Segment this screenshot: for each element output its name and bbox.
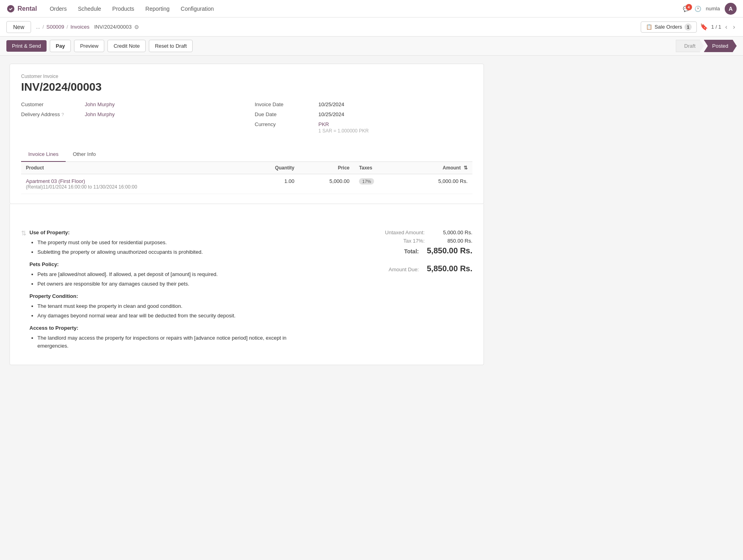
- quantity-cell[interactable]: 1.00: [246, 174, 299, 194]
- col-taxes: Taxes: [354, 162, 400, 174]
- preview-button[interactable]: Preview: [74, 40, 104, 52]
- sale-orders-icon: 📋: [646, 24, 652, 30]
- list-item: Subletting the property or allowing unau…: [37, 248, 311, 256]
- delivery-help-icon[interactable]: ?: [62, 112, 64, 117]
- breadcrumb-s00009[interactable]: S00009: [46, 24, 64, 30]
- tab-invoice-lines[interactable]: Invoice Lines: [21, 147, 66, 162]
- delivery-address-label: Delivery Address ?: [21, 111, 85, 117]
- terms-totals: ⇅ Use of Property: The property must onl…: [21, 229, 472, 355]
- use-of-property-title: Use of Property:: [29, 229, 311, 235]
- use-of-property-list: The property must only be used for resid…: [29, 239, 311, 256]
- secondary-bar-right: 📋 Sale Orders 1 🔖 1 / 1 ‹ ›: [641, 21, 737, 33]
- currency-info: PKR 1 SAR = 1.000000 PKR: [318, 121, 369, 134]
- product-link[interactable]: Apartment 03 (First Floor): [26, 178, 85, 184]
- total-value: 5,850.00 Rs.: [427, 246, 472, 255]
- taxes-cell: 17%: [354, 174, 400, 194]
- due-date-label: Due Date: [255, 111, 318, 117]
- document-title: INV/2024/00003: [21, 81, 472, 93]
- clock-icon[interactable]: 🕐: [694, 6, 701, 12]
- credit-note-button[interactable]: Credit Note: [107, 40, 146, 52]
- sale-orders-count: 1: [684, 23, 692, 31]
- record-name-label: INV/2024/00003: [94, 24, 132, 30]
- top-nav: Rental Orders Schedule Products Reportin…: [0, 0, 743, 18]
- paging-label: 1 / 1: [711, 24, 721, 30]
- customer-label: Customer: [21, 101, 85, 107]
- access-list: The landlord may access the property for…: [29, 334, 311, 350]
- nav-schedule[interactable]: Schedule: [73, 2, 106, 15]
- sort-icon[interactable]: ⇅: [464, 165, 468, 171]
- svg-point-0: [7, 5, 14, 12]
- totals: Untaxed Amount: 5,000.00 Rs. Tax 17%: 85…: [327, 229, 472, 355]
- col-product: Product: [21, 162, 246, 174]
- amount-due-value: 5,850.00 Rs.: [427, 264, 472, 273]
- invoice-date-field: Invoice Date 10/25/2024: [255, 101, 472, 107]
- app-name: Rental: [18, 5, 37, 12]
- list-item: The property must only be used for resid…: [37, 239, 311, 247]
- nav-orders[interactable]: Orders: [45, 2, 72, 15]
- property-condition-title: Property Condition:: [29, 293, 311, 299]
- status-draft[interactable]: Draft: [676, 40, 704, 52]
- currency-note: 1 SAR = 1.000000 PKR: [318, 128, 369, 134]
- prev-button[interactable]: ‹: [723, 23, 729, 31]
- invoice-date-value[interactable]: 10/25/2024: [318, 101, 344, 107]
- property-condition-list: The tenant must keep the property in cle…: [29, 302, 311, 319]
- drag-handle[interactable]: ⇅: [21, 229, 26, 237]
- reset-to-draft-button[interactable]: Reset to Draft: [149, 40, 193, 52]
- currency-field: Currency PKR 1 SAR = 1.000000 PKR: [255, 121, 472, 134]
- status-posted[interactable]: Posted: [704, 40, 737, 52]
- pets-policy-list: Pets are [allowed/not allowed]. If allow…: [29, 270, 311, 288]
- fields-left: Customer John Murphy Delivery Address ? …: [21, 101, 239, 138]
- notification-badge: 4: [686, 4, 692, 10]
- untaxed-value: 5,000.00 Rs.: [433, 229, 472, 235]
- next-button[interactable]: ›: [731, 23, 737, 31]
- document-type-label: Customer Invoice: [21, 74, 472, 79]
- pay-button[interactable]: Pay: [50, 40, 71, 52]
- terms-text: ⇅ Use of Property: The property must onl…: [21, 229, 311, 355]
- delivery-address-value[interactable]: John Murphy: [85, 111, 115, 117]
- terms-content: Use of Property: The property must only …: [29, 229, 311, 355]
- breadcrumb-ellipsis[interactable]: ...: [36, 24, 40, 30]
- new-button[interactable]: New: [6, 21, 31, 33]
- tabs: Invoice Lines Other Info: [21, 147, 472, 162]
- nav-products[interactable]: Products: [107, 2, 139, 15]
- settings-icon[interactable]: ⚙: [134, 24, 139, 30]
- tax-row: Tax 17%: 850.00 Rs.: [327, 238, 472, 244]
- due-date-value[interactable]: 10/25/2024: [318, 111, 344, 117]
- customer-value[interactable]: John Murphy: [85, 101, 115, 107]
- main-content: Customer Invoice INV/2024/00003 Customer…: [0, 56, 493, 373]
- nav-right: 💬 4 🕐 numla A: [683, 3, 737, 15]
- currency-label: Currency: [255, 121, 318, 127]
- print-send-button[interactable]: Print & Send: [6, 40, 47, 52]
- currency-value[interactable]: PKR: [318, 121, 369, 127]
- list-item: The tenant must keep the property in cle…: [37, 302, 311, 310]
- app-logo[interactable]: Rental: [6, 4, 37, 13]
- breadcrumb-invoices[interactable]: Invoices: [70, 24, 90, 30]
- nav-items: Orders Schedule Products Reporting Confi…: [45, 2, 218, 15]
- nav-reporting[interactable]: Reporting: [140, 2, 174, 15]
- due-date-field: Due Date 10/25/2024: [255, 111, 472, 117]
- tax-badge[interactable]: 17%: [359, 178, 374, 185]
- total-label: Total:: [371, 248, 419, 255]
- sale-orders-button[interactable]: 📋 Sale Orders 1: [641, 21, 697, 33]
- untaxed-row: Untaxed Amount: 5,000.00 Rs.: [327, 229, 472, 235]
- amount-due-row: Amount Due: 5,850.00 Rs.: [327, 264, 472, 273]
- access-title: Access to Property:: [29, 325, 311, 331]
- invoice-date-label: Invoice Date: [255, 101, 318, 107]
- tax-label: Tax 17%:: [377, 238, 425, 244]
- nav-configuration[interactable]: Configuration: [176, 2, 218, 15]
- price-cell[interactable]: 5,000.00: [299, 174, 355, 194]
- avatar[interactable]: A: [725, 3, 737, 15]
- messages-icon[interactable]: 💬 4: [683, 6, 690, 12]
- col-price: Price: [299, 162, 355, 174]
- product-sub: (Rental)11/01/2024 16:00:00 to 11/30/202…: [26, 184, 241, 190]
- list-item: The landlord may access the property for…: [37, 334, 311, 350]
- document-fields: Customer John Murphy Delivery Address ? …: [21, 101, 472, 138]
- tab-other-info[interactable]: Other Info: [66, 147, 103, 162]
- username-label[interactable]: numla: [706, 6, 720, 12]
- fields-right: Invoice Date 10/25/2024 Due Date 10/25/2…: [255, 101, 472, 138]
- col-quantity: Quantity: [246, 162, 299, 174]
- action-bar: Print & Send Pay Preview Credit Note Res…: [0, 37, 743, 56]
- record-name-bar: INV/2024/00003 ⚙: [94, 24, 139, 30]
- document-card: Customer Invoice INV/2024/00003 Customer…: [10, 64, 484, 204]
- bookmark-icon[interactable]: 🔖: [700, 23, 708, 31]
